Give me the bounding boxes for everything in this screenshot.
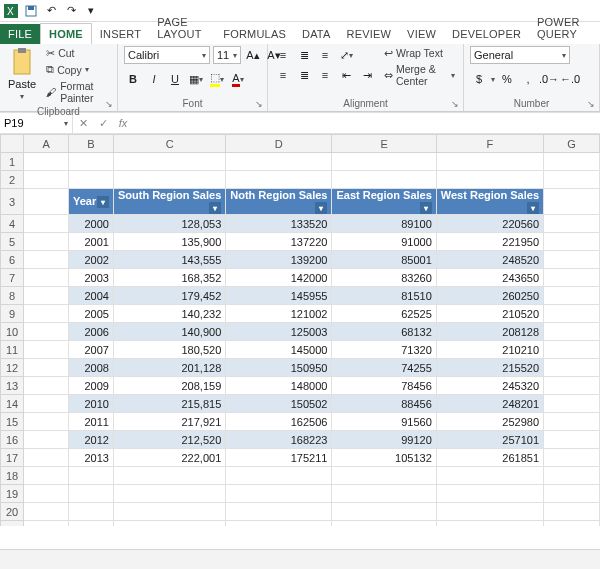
cell[interactable] [544,251,600,269]
cell[interactable] [24,521,69,527]
cell[interactable] [68,153,113,171]
fill-color-button[interactable]: ⬚▾ [208,70,226,88]
table-cell[interactable]: 2003 [68,269,113,287]
cell[interactable] [68,171,113,189]
fx-icon[interactable]: fx [113,117,133,129]
row-header[interactable]: 16 [1,431,24,449]
table-cell[interactable]: 2007 [68,341,113,359]
tab-formulas[interactable]: FORMULAS [215,24,294,44]
cell[interactable] [226,521,332,527]
cell[interactable] [24,377,69,395]
cell[interactable] [113,521,225,527]
table-cell[interactable]: 257101 [436,431,543,449]
select-all-corner[interactable] [1,135,24,153]
table-cell[interactable]: 261851 [436,449,543,467]
table-cell[interactable]: 168223 [226,431,332,449]
cell[interactable] [436,171,543,189]
table-cell[interactable]: 150950 [226,359,332,377]
row-header[interactable]: 20 [1,503,24,521]
cell[interactable] [24,485,69,503]
table-cell[interactable]: 175211 [226,449,332,467]
cell[interactable] [24,503,69,521]
bold-button[interactable]: B [124,70,142,88]
row-header[interactable]: 13 [1,377,24,395]
column-header[interactable]: C [113,135,225,153]
tab-view[interactable]: VIEW [399,24,444,44]
table-cell[interactable]: 91560 [332,413,436,431]
tab-insert[interactable]: INSERT [92,24,149,44]
table-cell[interactable]: 150502 [226,395,332,413]
table-cell[interactable]: 2008 [68,359,113,377]
table-cell[interactable]: 143,555 [113,251,225,269]
table-cell[interactable]: 88456 [332,395,436,413]
font-name-select[interactable]: Calibri▾ [124,46,210,64]
row-header[interactable]: 9 [1,305,24,323]
cell[interactable] [436,485,543,503]
cell[interactable] [544,215,600,233]
table-cell[interactable]: 2009 [68,377,113,395]
format-painter-button[interactable]: 🖌Format Painter [44,79,111,105]
cell[interactable] [436,467,543,485]
cell[interactable] [113,171,225,189]
table-cell[interactable]: 85001 [332,251,436,269]
wrap-text-button[interactable]: ↩Wrap Text [382,46,457,60]
cell[interactable] [436,521,543,527]
table-cell[interactable]: 168,352 [113,269,225,287]
align-center-button[interactable]: ≣ [295,66,313,84]
row-header[interactable]: 6 [1,251,24,269]
table-cell[interactable]: 121002 [226,305,332,323]
table-header-cell[interactable]: Noth Region Sales▾ [226,189,332,215]
table-cell[interactable]: 2012 [68,431,113,449]
cell[interactable] [544,413,600,431]
table-cell[interactable]: 133520 [226,215,332,233]
cell[interactable] [544,485,600,503]
italic-button[interactable]: I [145,70,163,88]
table-cell[interactable]: 137220 [226,233,332,251]
column-header[interactable]: F [436,135,543,153]
cell[interactable] [544,395,600,413]
table-cell[interactable]: 105132 [332,449,436,467]
table-cell[interactable]: 2010 [68,395,113,413]
tab-page-layout[interactable]: PAGE LAYOUT [149,12,215,44]
table-cell[interactable]: 222,001 [113,449,225,467]
border-button[interactable]: ▦▾ [187,70,205,88]
table-cell[interactable]: 208128 [436,323,543,341]
cell[interactable] [544,503,600,521]
table-cell[interactable]: 83260 [332,269,436,287]
table-cell[interactable]: 68132 [332,323,436,341]
row-header[interactable]: 8 [1,287,24,305]
cell[interactable] [226,153,332,171]
cell[interactable] [544,341,600,359]
worksheet-grid[interactable]: ABCDEFG123Year▾South Region Sales▾Noth R… [0,134,600,526]
cell[interactable] [332,171,436,189]
dialog-launcher-icon[interactable]: ↘ [587,99,597,109]
align-middle-button[interactable]: ≣ [295,46,313,64]
chevron-down-icon[interactable]: ▾ [60,119,72,128]
cell[interactable] [544,431,600,449]
formula-input[interactable] [133,113,600,133]
percent-format-button[interactable]: % [498,70,516,88]
cell[interactable] [544,377,600,395]
row-header[interactable]: 19 [1,485,24,503]
table-cell[interactable]: 99120 [332,431,436,449]
table-cell[interactable]: 139200 [226,251,332,269]
tab-review[interactable]: REVIEW [339,24,400,44]
paste-button[interactable]: Paste ▾ [6,46,38,103]
cell[interactable] [332,485,436,503]
cell[interactable] [226,467,332,485]
cell[interactable] [544,269,600,287]
cell[interactable] [68,521,113,527]
column-header[interactable]: D [226,135,332,153]
row-header[interactable]: 7 [1,269,24,287]
table-header-cell[interactable]: Year▾ [68,189,113,215]
cell[interactable] [436,503,543,521]
table-cell[interactable]: 243650 [436,269,543,287]
table-cell[interactable]: 215520 [436,359,543,377]
row-header[interactable]: 14 [1,395,24,413]
save-icon[interactable] [24,4,38,18]
align-bottom-button[interactable]: ≡ [316,46,334,64]
row-header[interactable]: 2 [1,171,24,189]
qat-dropdown-icon[interactable]: ▾ [84,4,98,18]
accounting-format-button[interactable]: $ [470,70,488,88]
filter-dropdown-icon[interactable]: ▾ [315,202,327,214]
